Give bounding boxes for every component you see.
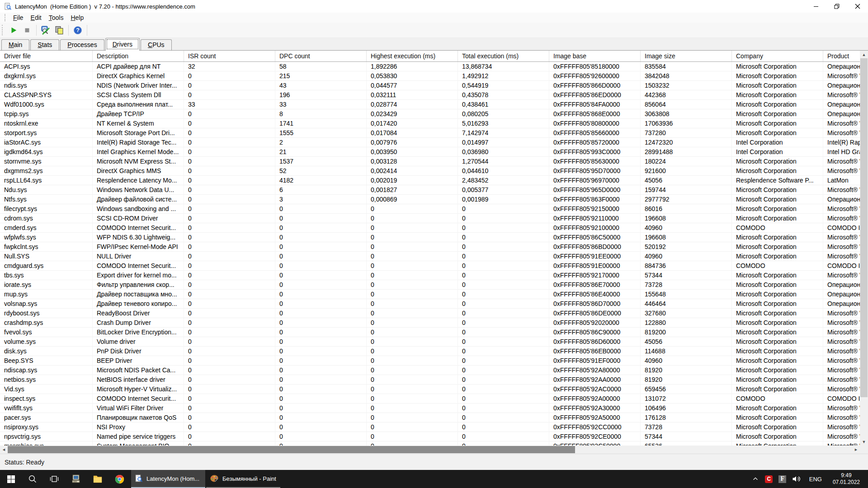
column-header-product[interactable]: Product	[823, 51, 860, 62]
table-row-storport-sys[interactable]: storport.sysMicrosoft Storage Port Dri..…	[0, 128, 860, 138]
table-row-classpnp-sys[interactable]: CLASSPNP.SYSSCSI Class System Dll01960,0…	[0, 90, 860, 100]
table-row-cdrom-sys[interactable]: cdrom.sysSCSI CD-ROM Driver00000xFFFFF80…	[0, 214, 860, 223]
table-row-igdkmd64-sys[interactable]: igdkmd64.sysIntel Graphics Kernel Mode..…	[0, 147, 860, 157]
menu-tools[interactable]: Tools	[45, 14, 67, 22]
column-header-company[interactable]: Company	[732, 51, 823, 62]
cell-dpc-count: 0	[275, 318, 367, 327]
table-row-iorate-sys[interactable]: iorate.sysФильтр управления скор...00000…	[0, 280, 860, 290]
table-row-volume-sys[interactable]: volume.sysVolume driver00000xFFFFF805'86…	[0, 337, 860, 347]
table-row-stornvme-sys[interactable]: stornvme.sysMicrosoft NVM Express St...0…	[0, 157, 860, 166]
table-row-cmdguard-sys[interactable]: cmdguard.sysCOMODO Internet Securit...00…	[0, 261, 860, 271]
table-row-tbs-sys[interactable]: tbs.sysExport driver for kernel mo...000…	[0, 271, 860, 280]
system-tray: C F ENG 9:49 07.01.2022	[750, 470, 868, 488]
table-row-ndiscap-sys[interactable]: ndiscap.sysMicrosoft NDIS Packet Ca...00…	[0, 366, 860, 375]
tab-main[interactable]: Main	[1, 39, 29, 50]
chrome-button[interactable]	[108, 470, 130, 488]
taskbar-button-paint[interactable]: Безымянный - Paint	[206, 470, 280, 488]
scroll-right-icon[interactable]: ►	[852, 446, 860, 454]
column-header-highest-execution-ms[interactable]: Highest execution (ms)	[367, 51, 458, 62]
search-button[interactable]	[22, 470, 43, 488]
table-row-pacer-sys[interactable]: pacer.sysПланировщик пакетов QoS00000xFF…	[0, 413, 860, 422]
cell-dpc-count: 8	[275, 109, 367, 118]
latency-test-button[interactable]	[39, 24, 52, 37]
start-monitor-button[interactable]	[7, 24, 20, 37]
horizontal-scroll-thumb[interactable]	[8, 446, 575, 453]
scroll-up-icon[interactable]: ▲	[860, 51, 868, 58]
stop-monitor-button[interactable]	[20, 24, 34, 37]
column-header-isr-count[interactable]: ISR count	[184, 51, 275, 62]
column-header-driver-file[interactable]: Driver file	[0, 51, 93, 62]
table-row-inspect-sys[interactable]: inspect.sysCOMODO Internet Securit...000…	[0, 394, 860, 404]
close-button[interactable]	[847, 0, 868, 13]
cell-total-execution-ms: 0,036980	[458, 147, 549, 156]
horizontal-scrollbar[interactable]: ◄ ►	[0, 446, 860, 454]
column-header-image-size[interactable]: Image size	[641, 51, 732, 62]
table-row-mssmbios-sys[interactable]: mssmbios.sysSystem Management BIO...0000…	[0, 441, 860, 446]
pinned-pc-app-button[interactable]	[65, 470, 87, 488]
table-row-filecrypt-sys[interactable]: filecrypt.sysWindows sandboxing and ...0…	[0, 204, 860, 214]
cell-driver-file: Wdf01000.sys	[0, 100, 93, 109]
table-row-netbios-sys[interactable]: netbios.sysNetBIOS interface driver00000…	[0, 375, 860, 385]
table-row-ndis-sys[interactable]: ndis.sysNDIS (Network Driver Inter...043…	[0, 81, 860, 90]
tab-cpus[interactable]: CPUs	[141, 39, 172, 50]
tab-stats[interactable]: Stats	[30, 39, 59, 50]
table-row-wfplwfs-sys[interactable]: wfplwfs.sysWFP NDIS 6.30 Lightweig...000…	[0, 233, 860, 242]
vertical-scrollbar[interactable]: ▲ ▼	[860, 51, 868, 446]
table-row-mup-sys[interactable]: mup.sysДрайвер поставщика мно...00000xFF…	[0, 290, 860, 299]
table-row-wdf01000-sys[interactable]: Wdf01000.sysСреда выполнения плат...3333…	[0, 100, 860, 109]
table-row-ndu-sys[interactable]: Ndu.sysWindows Network Data U...060,0018…	[0, 185, 860, 195]
menu-edit[interactable]: Edit	[27, 14, 45, 22]
clock[interactable]: 9:49 07.01.2022	[829, 472, 863, 486]
table-row-crashdmp-sys[interactable]: crashdmp.sysCrash Dump Driver00000xFFFFF…	[0, 318, 860, 328]
help-button[interactable]: ?	[71, 24, 85, 37]
start-button[interactable]	[0, 470, 22, 488]
menu-help[interactable]: Help	[67, 14, 87, 22]
table-row-tcpip-sys[interactable]: tcpip.sysДрайвер TCP/IP080,0234290,08020…	[0, 109, 860, 119]
table-row-beep-sys[interactable]: Beep.SYSBEEP Driver00000xFFFFF805'91EF00…	[0, 356, 860, 366]
table-row-ntfs-sys[interactable]: Ntfs.sysДрайвер файловой систе...030,000…	[0, 195, 860, 204]
cell-dpc-count: 0	[275, 404, 367, 413]
copy-report-button[interactable]	[52, 24, 66, 37]
task-view-button[interactable]	[43, 470, 65, 488]
cell-dpc-count: 58	[275, 62, 367, 71]
table-row-iastorac-sys[interactable]: iaStorAC.sysIntel(R) Rapid Storage Tec..…	[0, 138, 860, 147]
tray-comodo-button[interactable]: C	[763, 470, 775, 488]
language-indicator[interactable]: ENG	[804, 476, 827, 483]
taskbar-button-latencymon[interactable]: LatencyMon (Hom...	[131, 470, 205, 488]
cell-driver-file: Null.SYS	[0, 252, 93, 261]
table-row-volsnap-sys[interactable]: volsnap.sysДрайвер теневого копиро...000…	[0, 299, 860, 309]
table-row-npsvctrig-sys[interactable]: npsvctrig.sysNamed pipe service triggers…	[0, 432, 860, 441]
vertical-scroll-thumb[interactable]	[860, 58, 868, 397]
table-row-vwififlt-sys[interactable]: vwififlt.sysVirtual WiFi Filter Driver00…	[0, 404, 860, 413]
restore-button[interactable]	[826, 0, 847, 13]
table-row-fvevol-sys[interactable]: fvevol.sysBitLocker Drive Encryption...0…	[0, 328, 860, 337]
file-explorer-button[interactable]	[87, 470, 108, 488]
table-row-dxgkrnl-sys[interactable]: dxgkrnl.sysDirectX Graphics Kernel02150,…	[0, 71, 860, 81]
tray-volume-button[interactable]	[790, 470, 802, 488]
scroll-left-icon[interactable]: ◄	[0, 446, 8, 454]
scroll-down-icon[interactable]: ▼	[860, 438, 868, 446]
table-row-vid-sys[interactable]: Vid.sysMicrosoft Hyper-V Virtualiz...000…	[0, 385, 860, 394]
table-row-dxgmms2-sys[interactable]: dxgmms2.sysDirectX Graphics MMS0520,0024…	[0, 166, 860, 176]
column-header-total-execution-ms[interactable]: Total execution (ms)	[458, 51, 549, 62]
menu-file[interactable]: File	[9, 14, 27, 22]
column-header-dpc-count[interactable]: DPC count	[275, 51, 367, 62]
column-header-description[interactable]: Description	[93, 51, 184, 62]
tab-processes[interactable]: Processes	[60, 39, 104, 50]
tab-drivers[interactable]: Drivers	[105, 38, 140, 51]
table-row-disk-sys[interactable]: disk.sysPnP Disk Driver00000xFFFFF805'86…	[0, 347, 860, 356]
table-row-ntoskrnl-exe[interactable]: ntoskrnl.exeNT Kernel & System017410,017…	[0, 119, 860, 128]
table-row-acpi-sys[interactable]: ACPI.sysACPI драйвер для NT32581,8922861…	[0, 62, 860, 71]
table-row-cmderd-sys[interactable]: cmderd.sysCOMODO Internet Securit...0000…	[0, 223, 860, 233]
minimize-button[interactable]	[806, 0, 826, 13]
table-row-fwpkclnt-sys[interactable]: fwpkclnt.sysFWP/IPsec Kernel-Mode API000…	[0, 242, 860, 252]
tray-f-button[interactable]: F	[777, 470, 788, 488]
table-row-null-sys[interactable]: Null.SYSNULL Driver00000xFFFFF805'91EE00…	[0, 252, 860, 261]
table-row-nsiproxy-sys[interactable]: nsiproxy.sysNSI Proxy00000xFFFFF805'92CC…	[0, 422, 860, 432]
table-row-rsplll64-sys[interactable]: rspLLL64.sysResplendence Latency Mo...04…	[0, 176, 860, 185]
cell-image-size: 45056	[641, 176, 732, 185]
column-header-image-base[interactable]: Image base	[549, 51, 641, 62]
table-row-rdyboost-sys[interactable]: rdyboost.sysReadyBoost Driver00000xFFFFF…	[0, 309, 860, 318]
tray-expand-button[interactable]	[750, 470, 761, 488]
cell-product: Microsoft® W	[823, 375, 860, 384]
